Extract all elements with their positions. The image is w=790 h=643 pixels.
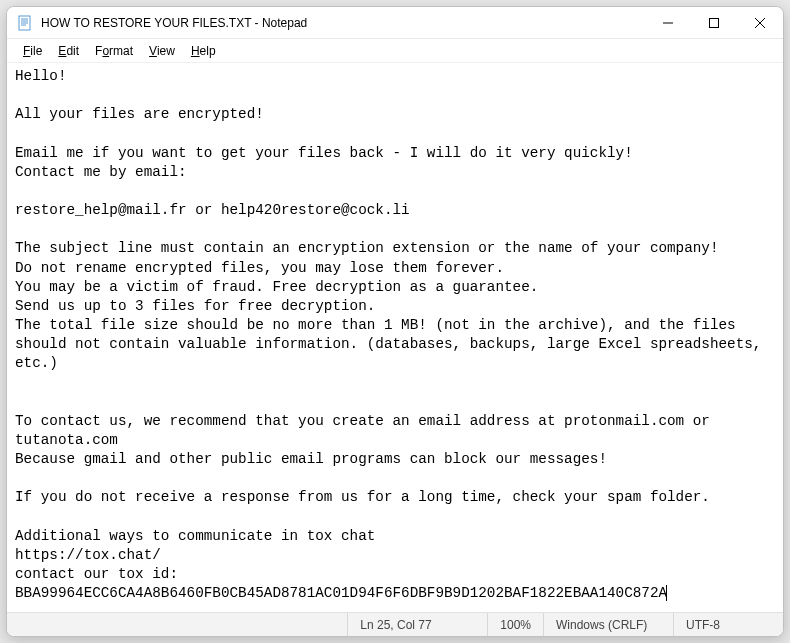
menu-file[interactable]: File	[15, 41, 50, 61]
notepad-window: HOW TO RESTORE YOUR FILES.TXT - Notepad …	[6, 6, 784, 637]
menu-edit[interactable]: Edit	[50, 41, 87, 61]
menu-help[interactable]: Help	[183, 41, 224, 61]
title-bar[interactable]: HOW TO RESTORE YOUR FILES.TXT - Notepad	[7, 7, 783, 39]
notepad-icon	[17, 15, 33, 31]
status-encoding: UTF-8	[673, 613, 783, 636]
menu-format[interactable]: Format	[87, 41, 141, 61]
minimize-button[interactable]	[645, 7, 691, 38]
status-line-endings: Windows (CRLF)	[543, 613, 673, 636]
status-position: Ln 25, Col 77	[347, 613, 487, 636]
window-controls	[645, 7, 783, 38]
status-bar: Ln 25, Col 77 100% Windows (CRLF) UTF-8	[7, 612, 783, 636]
menu-bar: File Edit Format View Help	[7, 39, 783, 63]
status-zoom: 100%	[487, 613, 543, 636]
menu-view[interactable]: View	[141, 41, 183, 61]
text-editor-area[interactable]: Hello! All your files are encrypted! Ema…	[7, 63, 783, 612]
text-caret	[666, 585, 667, 601]
svg-rect-6	[710, 18, 719, 27]
window-title: HOW TO RESTORE YOUR FILES.TXT - Notepad	[41, 16, 645, 30]
close-button[interactable]	[737, 7, 783, 38]
maximize-button[interactable]	[691, 7, 737, 38]
document-text: Hello! All your files are encrypted! Ema…	[15, 68, 770, 601]
